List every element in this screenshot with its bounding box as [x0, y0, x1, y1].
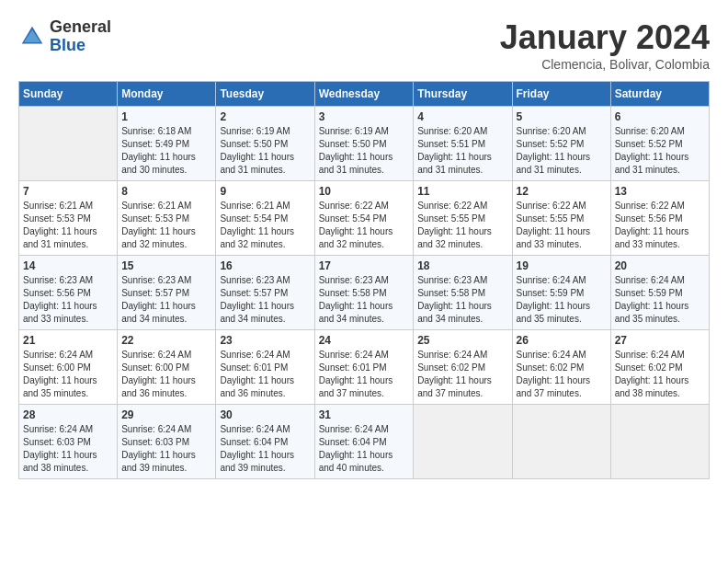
logo-icon	[18, 23, 46, 51]
calendar-cell	[19, 107, 118, 181]
day-number: 26	[517, 334, 607, 347]
location: Clemencia, Bolivar, Colombia	[500, 57, 710, 72]
calendar-cell	[610, 405, 709, 479]
day-number: 30	[220, 408, 310, 421]
calendar-cell: 19Sunrise: 6:24 AM Sunset: 5:59 PM Dayli…	[512, 256, 610, 330]
day-number: 15	[121, 259, 211, 272]
day-info: Sunrise: 6:21 AM Sunset: 5:53 PM Dayligh…	[23, 200, 113, 251]
day-info: Sunrise: 6:20 AM Sunset: 5:52 PM Dayligh…	[517, 125, 607, 177]
day-number: 17	[319, 259, 410, 272]
day-number: 19	[517, 259, 607, 272]
day-number: 2	[220, 110, 310, 123]
calendar-cell: 8Sunrise: 6:21 AM Sunset: 5:53 PM Daylig…	[118, 181, 216, 256]
calendar-cell: 9Sunrise: 6:21 AM Sunset: 5:54 PM Daylig…	[216, 181, 314, 256]
day-info: Sunrise: 6:24 AM Sunset: 6:02 PM Dayligh…	[615, 349, 705, 400]
calendar-header: SundayMondayTuesdayWednesdayThursdayFrid…	[19, 82, 710, 107]
day-number: 9	[220, 185, 310, 198]
day-info: Sunrise: 6:22 AM Sunset: 5:55 PM Dayligh…	[417, 200, 507, 251]
day-number: 16	[220, 259, 310, 272]
calendar-cell: 13Sunrise: 6:22 AM Sunset: 5:56 PM Dayli…	[610, 181, 709, 256]
day-info: Sunrise: 6:23 AM Sunset: 5:57 PM Dayligh…	[121, 274, 211, 326]
day-number: 3	[319, 110, 410, 123]
day-info: Sunrise: 6:22 AM Sunset: 5:55 PM Dayligh…	[517, 200, 607, 251]
day-info: Sunrise: 6:19 AM Sunset: 5:50 PM Dayligh…	[220, 125, 310, 177]
calendar-cell	[414, 405, 512, 479]
day-number: 23	[220, 334, 310, 347]
calendar-cell: 21Sunrise: 6:24 AM Sunset: 6:00 PM Dayli…	[19, 330, 118, 405]
day-number: 11	[417, 185, 507, 198]
calendar-cell: 22Sunrise: 6:24 AM Sunset: 6:00 PM Dayli…	[118, 330, 216, 405]
calendar-cell: 29Sunrise: 6:24 AM Sunset: 6:03 PM Dayli…	[118, 405, 216, 479]
day-info: Sunrise: 6:23 AM Sunset: 5:56 PM Dayligh…	[23, 274, 113, 326]
calendar-cell: 18Sunrise: 6:23 AM Sunset: 5:58 PM Dayli…	[414, 256, 512, 330]
calendar-cell: 11Sunrise: 6:22 AM Sunset: 5:55 PM Dayli…	[414, 181, 512, 256]
day-number: 29	[121, 408, 211, 421]
day-number: 31	[319, 408, 410, 421]
weekday-header: Thursday	[414, 82, 512, 107]
weekday-header: Monday	[118, 82, 216, 107]
calendar-cell: 10Sunrise: 6:22 AM Sunset: 5:54 PM Dayli…	[314, 181, 414, 256]
day-info: Sunrise: 6:24 AM Sunset: 6:04 PM Dayligh…	[220, 423, 310, 475]
day-info: Sunrise: 6:23 AM Sunset: 5:58 PM Dayligh…	[319, 274, 410, 326]
weekday-header: Wednesday	[314, 82, 414, 107]
day-info: Sunrise: 6:18 AM Sunset: 5:49 PM Dayligh…	[121, 125, 211, 177]
calendar-cell: 28Sunrise: 6:24 AM Sunset: 6:03 PM Dayli…	[19, 405, 118, 479]
day-info: Sunrise: 6:24 AM Sunset: 5:59 PM Dayligh…	[615, 274, 705, 326]
calendar-cell	[512, 405, 610, 479]
calendar-week-row: 28Sunrise: 6:24 AM Sunset: 6:03 PM Dayli…	[19, 405, 710, 479]
day-info: Sunrise: 6:24 AM Sunset: 6:01 PM Dayligh…	[220, 349, 310, 400]
day-info: Sunrise: 6:24 AM Sunset: 6:04 PM Dayligh…	[319, 423, 410, 475]
day-info: Sunrise: 6:22 AM Sunset: 5:56 PM Dayligh…	[615, 200, 705, 251]
calendar-cell: 2Sunrise: 6:19 AM Sunset: 5:50 PM Daylig…	[216, 107, 314, 181]
day-number: 20	[615, 259, 705, 272]
calendar-cell: 15Sunrise: 6:23 AM Sunset: 5:57 PM Dayli…	[118, 256, 216, 330]
day-info: Sunrise: 6:24 AM Sunset: 6:02 PM Dayligh…	[417, 349, 507, 400]
calendar-cell: 16Sunrise: 6:23 AM Sunset: 5:57 PM Dayli…	[216, 256, 314, 330]
day-number: 28	[23, 408, 113, 421]
day-info: Sunrise: 6:24 AM Sunset: 6:00 PM Dayligh…	[23, 349, 113, 400]
day-number: 13	[615, 185, 705, 198]
calendar-cell: 6Sunrise: 6:20 AM Sunset: 5:52 PM Daylig…	[610, 107, 709, 181]
day-info: Sunrise: 6:22 AM Sunset: 5:54 PM Dayligh…	[319, 200, 410, 251]
page-header: General Blue January 2024 Clemencia, Bol…	[18, 18, 710, 72]
calendar-cell: 3Sunrise: 6:19 AM Sunset: 5:50 PM Daylig…	[314, 107, 414, 181]
day-info: Sunrise: 6:24 AM Sunset: 5:59 PM Dayligh…	[517, 274, 607, 326]
logo-text: General Blue	[50, 18, 111, 55]
calendar-cell: 31Sunrise: 6:24 AM Sunset: 6:04 PM Dayli…	[314, 405, 414, 479]
day-number: 8	[121, 185, 211, 198]
calendar-cell: 30Sunrise: 6:24 AM Sunset: 6:04 PM Dayli…	[216, 405, 314, 479]
day-info: Sunrise: 6:24 AM Sunset: 6:03 PM Dayligh…	[23, 423, 113, 475]
day-number: 6	[615, 110, 705, 123]
calendar-cell: 7Sunrise: 6:21 AM Sunset: 5:53 PM Daylig…	[19, 181, 118, 256]
weekday-header: Saturday	[610, 82, 709, 107]
month-title: January 2024	[500, 18, 710, 57]
day-info: Sunrise: 6:23 AM Sunset: 5:57 PM Dayligh…	[220, 274, 310, 326]
calendar-week-row: 7Sunrise: 6:21 AM Sunset: 5:53 PM Daylig…	[19, 181, 710, 256]
calendar-cell: 12Sunrise: 6:22 AM Sunset: 5:55 PM Dayli…	[512, 181, 610, 256]
calendar-table: SundayMondayTuesdayWednesdayThursdayFrid…	[18, 81, 710, 479]
calendar-cell: 17Sunrise: 6:23 AM Sunset: 5:58 PM Dayli…	[314, 256, 414, 330]
day-number: 21	[23, 334, 113, 347]
day-info: Sunrise: 6:21 AM Sunset: 5:54 PM Dayligh…	[220, 200, 310, 251]
day-number: 1	[121, 110, 211, 123]
calendar-week-row: 21Sunrise: 6:24 AM Sunset: 6:00 PM Dayli…	[19, 330, 710, 405]
day-info: Sunrise: 6:19 AM Sunset: 5:50 PM Dayligh…	[319, 125, 410, 177]
day-info: Sunrise: 6:24 AM Sunset: 6:03 PM Dayligh…	[121, 423, 211, 475]
day-number: 5	[517, 110, 607, 123]
calendar-cell: 23Sunrise: 6:24 AM Sunset: 6:01 PM Dayli…	[216, 330, 314, 405]
weekday-header: Friday	[512, 82, 610, 107]
day-info: Sunrise: 6:20 AM Sunset: 5:51 PM Dayligh…	[417, 125, 507, 177]
day-number: 10	[319, 185, 410, 198]
calendar-cell: 27Sunrise: 6:24 AM Sunset: 6:02 PM Dayli…	[610, 330, 709, 405]
logo-general: General	[50, 17, 111, 36]
day-number: 24	[319, 334, 410, 347]
day-number: 14	[23, 259, 113, 272]
calendar-cell: 20Sunrise: 6:24 AM Sunset: 5:59 PM Dayli…	[610, 256, 709, 330]
day-number: 12	[517, 185, 607, 198]
day-number: 25	[417, 334, 507, 347]
calendar-cell: 1Sunrise: 6:18 AM Sunset: 5:49 PM Daylig…	[118, 107, 216, 181]
day-info: Sunrise: 6:24 AM Sunset: 6:02 PM Dayligh…	[517, 349, 607, 400]
day-number: 7	[23, 185, 113, 198]
calendar-cell: 24Sunrise: 6:24 AM Sunset: 6:01 PM Dayli…	[314, 330, 414, 405]
calendar-body: 1Sunrise: 6:18 AM Sunset: 5:49 PM Daylig…	[19, 107, 710, 479]
